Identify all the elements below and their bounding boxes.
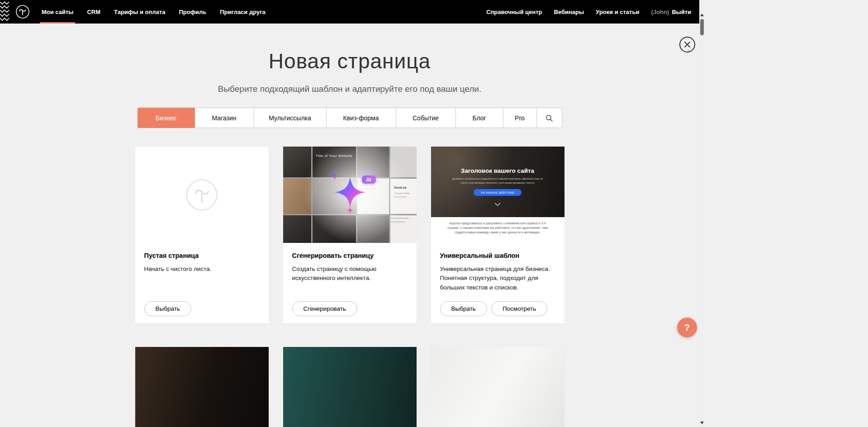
- tab-label: Бизнес: [156, 114, 176, 122]
- tab-label: Мультиссылка: [269, 114, 311, 122]
- page-subtitle: Выберите подходящий шаблон и адаптируйте…: [0, 84, 699, 94]
- tab-event[interactable]: Событие: [396, 108, 456, 128]
- nav-item-profile[interactable]: Профиль: [179, 0, 206, 24]
- universal-template-preview: Заголовок вашего сайта Добавьте интересн…: [431, 147, 564, 243]
- scrollbar-thumb[interactable]: [700, 19, 704, 35]
- preview-hero-title: Заголовок вашего сайта: [461, 167, 534, 174]
- preview-body-text: Коротко представьтесь и расскажите о ком…: [447, 221, 548, 243]
- tilda-logo[interactable]: [15, 5, 30, 19]
- choose-button[interactable]: Выбрать: [440, 301, 487, 316]
- ai-badge: AI: [362, 176, 376, 184]
- generate-button[interactable]: Сгенерировать: [292, 301, 357, 316]
- tab-store[interactable]: Магазин: [194, 108, 254, 128]
- scroll-down-arrow-icon[interactable]: [700, 422, 704, 424]
- card-description: Универсальная страница для бизнеса. Поня…: [440, 265, 553, 292]
- zigzag-pattern-icon: [0, 0, 9, 24]
- nav-item-label: Справочный центр: [486, 9, 542, 15]
- template-card[interactable]: [431, 347, 564, 427]
- tab-blog[interactable]: Блог: [455, 108, 503, 128]
- nav-item-my-sites[interactable]: Мои сайты: [42, 0, 73, 24]
- template-cards-grid: Пустая страница Начать с чистого листа. …: [0, 147, 699, 427]
- page-title: Новая страница: [0, 49, 699, 73]
- chevron-down-icon: [494, 203, 501, 206]
- tab-pro[interactable]: Pro: [503, 108, 537, 128]
- preview-hero: Заголовок вашего сайта Добавьте интересн…: [431, 147, 564, 217]
- card-description: Начать с чистого листа.: [144, 265, 257, 274]
- nav-item-label: Вебинары: [554, 9, 584, 15]
- card-title: Пустая страница: [144, 252, 260, 259]
- nav-item-pricing[interactable]: Тарифы и оплата: [114, 0, 165, 24]
- logout-label: Выйти: [672, 9, 691, 15]
- card-description: Создать страницу с помощью искусственног…: [292, 265, 405, 283]
- nav-item-help-center[interactable]: Справочный центр: [486, 0, 542, 24]
- nav-item-webinars[interactable]: Вебинары: [554, 0, 584, 24]
- close-button[interactable]: [679, 37, 695, 52]
- template-category-tabs: Бизнес Магазин Мультиссылка Квиз-форма С…: [0, 108, 699, 128]
- main-nav: Мои сайты CRM Тарифы и оплата Профиль Пр…: [42, 0, 279, 24]
- template-card[interactable]: [135, 347, 269, 427]
- help-button-label: ?: [684, 322, 690, 333]
- preview-body-section: Коротко представьтесь и расскажите о ком…: [431, 217, 564, 243]
- nav-item-label: Пригласи друга: [220, 9, 266, 15]
- nav-item-label: Уроки и статьи: [596, 9, 639, 15]
- tab-label: Pro: [515, 114, 525, 122]
- vertical-scrollbar[interactable]: [699, 0, 705, 427]
- template-card-universal: Заголовок вашего сайта Добавьте интересн…: [431, 147, 564, 323]
- close-icon: [684, 41, 691, 48]
- tab-label: Блог: [472, 114, 486, 122]
- tab-business[interactable]: Бизнес: [138, 108, 195, 128]
- template-card[interactable]: [283, 347, 417, 427]
- template-preview-image: [135, 347, 269, 427]
- topbar: Мои сайты CRM Тарифы и оплата Профиль Пр…: [0, 0, 699, 24]
- nav-item-label: CRM: [87, 9, 100, 15]
- scroll-up-arrow-icon[interactable]: [700, 14, 704, 16]
- logout-button[interactable]: (John) Выйти: [651, 0, 691, 24]
- tab-search[interactable]: [536, 108, 562, 128]
- nav-item-label: Тарифы и оплата: [114, 9, 165, 15]
- template-card-blank-page: Пустая страница Начать с чистого листа. …: [135, 147, 269, 323]
- secondary-nav: Справочный центр Вебинары Уроки и статьи…: [486, 0, 691, 24]
- template-preview-image: [283, 347, 417, 427]
- tab-label: Магазин: [212, 114, 236, 122]
- blank-page-preview: [135, 147, 269, 243]
- template-card-ai-generate: Title of Your Website About us: [283, 147, 417, 323]
- card-title: Универсальный шаблон: [440, 252, 555, 259]
- tab-label: Квиз-форма: [343, 114, 379, 122]
- tab-label: Событие: [413, 114, 439, 122]
- nav-item-lessons[interactable]: Уроки и статьи: [596, 0, 639, 24]
- help-button[interactable]: ?: [677, 318, 697, 337]
- ai-generate-preview: Title of Your Website About us: [283, 147, 417, 243]
- choose-button[interactable]: Выбрать: [144, 301, 191, 316]
- ai-sparkle-icon: [320, 163, 379, 222]
- nav-item-invite-friend[interactable]: Пригласи друга: [220, 0, 266, 24]
- tilda-watermark-icon: [185, 178, 219, 212]
- tab-quiz-form[interactable]: Квиз-форма: [326, 108, 396, 128]
- search-icon: [545, 114, 553, 122]
- tab-multilink[interactable]: Мультиссылка: [254, 108, 327, 128]
- user-name: (John): [651, 9, 669, 15]
- preview-hero-subtext: Добавьте интересные подробности о вашей …: [449, 177, 546, 185]
- preview-hero-button: заглавное действие: [474, 189, 522, 196]
- card-title: Сгенерировать страницу: [292, 252, 408, 259]
- nav-item-label: Профиль: [179, 9, 206, 15]
- view-button[interactable]: Посмотреть: [491, 301, 547, 316]
- template-preview-image: [431, 347, 564, 427]
- nav-item-crm[interactable]: CRM: [87, 0, 100, 24]
- new-page-dialog: Новая страница Выберите подходящий шабло…: [0, 24, 699, 427]
- nav-item-label: Мои сайты: [42, 9, 73, 15]
